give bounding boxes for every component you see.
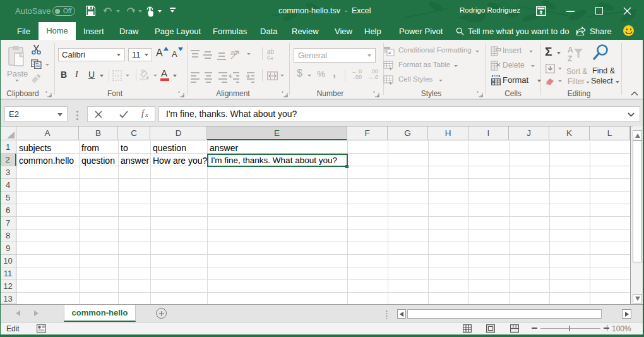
svg-text:ab: ab	[230, 49, 238, 56]
svg-text:Z: Z	[568, 54, 572, 63]
svg-text:A: A	[568, 46, 573, 54]
svg-text:c: c	[267, 54, 270, 61]
svg-text:≠: ≠	[388, 50, 391, 56]
